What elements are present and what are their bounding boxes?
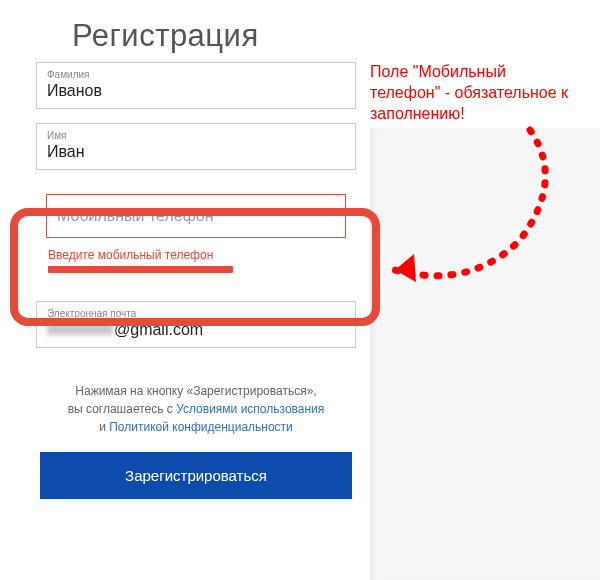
email-label: Электронная почта [47, 308, 345, 319]
surname-input[interactable] [47, 82, 345, 100]
consent-text: Нажимая на кнопку «Зарегистрироваться», … [36, 382, 356, 436]
name-label: Имя [47, 130, 345, 141]
name-field[interactable]: Имя [36, 123, 356, 170]
consent-line2-prefix: вы соглашаетесь с [68, 402, 176, 416]
consent-line1: Нажимая на кнопку «Зарегистрироваться», [75, 384, 316, 398]
page-title: Регистрация [0, 0, 600, 62]
email-field[interactable]: Электронная почта @gmail.com [36, 301, 356, 348]
surname-field[interactable]: Фамилия [36, 62, 356, 109]
phone-field-group: Введите мобильный телефон [36, 194, 356, 273]
terms-link[interactable]: Условиями использования [176, 402, 324, 416]
surname-label: Фамилия [47, 69, 345, 80]
phone-input[interactable] [57, 207, 335, 225]
consent-and: и [99, 420, 109, 434]
register-button[interactable]: Зарегистрироваться [40, 452, 352, 499]
annotation-text: Поле "Мобильный телефон" - обязательное … [370, 62, 580, 124]
phone-error-underline [48, 266, 233, 273]
phone-field[interactable] [46, 194, 346, 238]
privacy-link[interactable]: Политикой конфиденциальности [109, 420, 293, 434]
registration-form: Фамилия Имя Введите мобильный телефон Эл… [36, 62, 356, 499]
email-suffix: @gmail.com [114, 321, 203, 339]
annotation-arrow-icon [370, 120, 590, 300]
name-input[interactable] [47, 143, 345, 161]
email-obscured-part [47, 321, 113, 335]
phone-error-text: Введите мобильный телефон [48, 248, 356, 262]
